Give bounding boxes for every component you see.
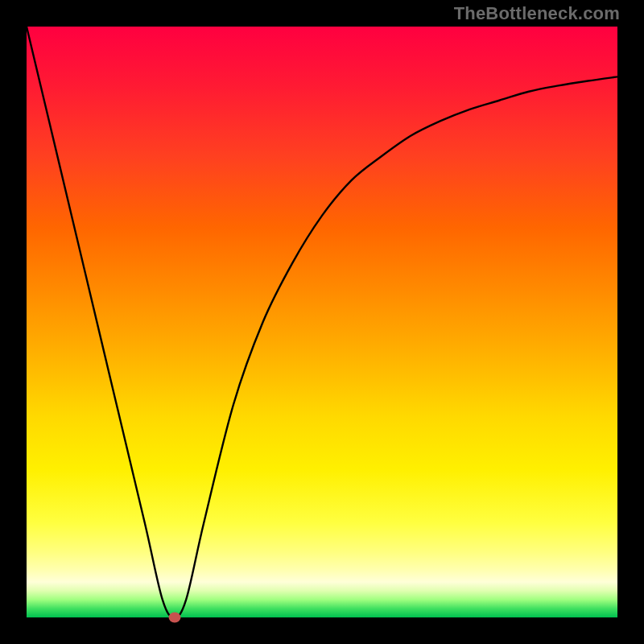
optimum-marker	[168, 613, 180, 623]
bottleneck-curve	[27, 27, 617, 617]
chart-frame: TheBottleneck.com	[0, 0, 644, 644]
watermark-text: TheBottleneck.com	[454, 3, 620, 24]
bottleneck-curve-svg	[27, 27, 617, 617]
